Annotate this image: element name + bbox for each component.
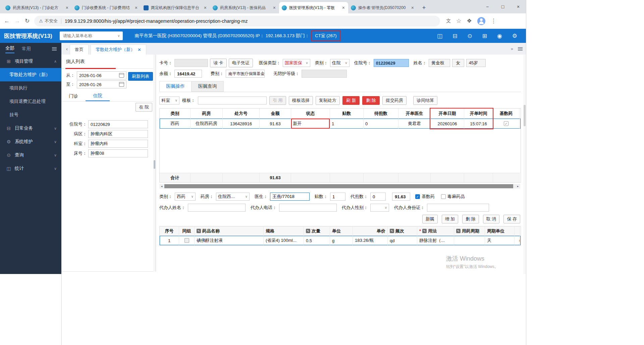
minimize-button[interactable]: − [480,0,495,13]
checkbox-icon[interactable]: ✓ [441,194,446,199]
calendar-icon[interactable] [119,82,124,87]
extensions-icon[interactable]: ❖ [467,17,472,24]
browser-tab-active[interactable]: 医技管理系统(V13) - 零散 × [279,2,348,13]
filter-common[interactable]: 常用 [22,46,31,52]
tab-home[interactable]: 首页 [70,45,89,55]
tab-close-icon[interactable]: × [65,5,69,10]
sidebar-item-refund-summary[interactable]: 项目退费汇总处理 [0,95,61,108]
template-input[interactable] [198,96,267,105]
menu-search-input[interactable] [62,33,116,39]
sidebar-section-daily-business[interactable]: ⊟ 日常业务 ∨ [0,122,61,135]
base-drug-check[interactable]: ✓ 基数药 [415,194,435,200]
profile-avatar[interactable] [477,17,485,25]
browser-tab[interactable]: 操作者:管理员(D35070200 × [348,2,417,13]
settle-button[interactable]: 诊间结算 [413,96,437,105]
decoct-input[interactable] [370,193,386,201]
main-vertical-scrollbar[interactable] [523,55,526,274]
refresh-button[interactable]: 刷 新 [342,96,360,105]
browser-tab[interactable]: 门诊收费系统 - 门诊费用结 × [72,2,141,13]
doctor-input[interactable] [270,193,310,201]
monitor-icon[interactable]: ⊟ [452,32,457,40]
chevron-down-icon[interactable]: ∨ [117,34,120,38]
sidebar-section-project-management[interactable]: ⊞ 项目管理 ∧ [0,55,61,68]
admission-no-field[interactable]: 01220629 [88,120,148,128]
detail-pharmacy-select[interactable]: 住院西... ∨ [216,193,250,201]
detail-category-select[interactable]: 西药 ∨ [175,193,196,201]
eye-icon[interactable]: ◉ [497,32,502,40]
horizontal-scrollbar[interactable]: ◂ ▸ [159,184,520,189]
new-order-button[interactable]: 新嘱 [422,215,438,223]
tab-close-icon[interactable]: × [272,5,276,10]
delete-button[interactable]: 删 除 [362,96,380,105]
sidebar-section-statistics[interactable]: ◫ 统计 ∨ [0,162,61,175]
to-date-input[interactable]: 2026-01-26 [77,80,126,88]
dept-field[interactable]: 肿瘤内科 [88,140,148,148]
add-button[interactable]: 增 加 [442,215,459,223]
agent-id-input[interactable] [427,204,489,212]
cancel-button[interactable]: 取 消 [483,215,500,223]
insurance-type-select[interactable]: 国家医保 ∨ [283,59,310,67]
tab-list-icon[interactable] [518,49,523,49]
refresh-list-button[interactable]: 刷新列表 [128,72,153,81]
browser-tab[interactable]: 药房系统(V13) - 门诊处方 × [3,2,72,13]
tab-close-icon[interactable]: × [203,5,207,10]
admission-no-input[interactable] [374,59,409,67]
agent-gender-select[interactable]: ∨ [370,204,389,212]
window-close-button[interactable]: × [511,0,526,13]
collapse-menu-icon[interactable] [52,49,57,49]
quote-button[interactable]: 引 用 [269,96,286,105]
sidebar-item-registration[interactable]: 挂号 [0,108,61,122]
narcotic-check[interactable]: ✓ 毒麻药品 [441,194,465,200]
refresh-icon[interactable]: ↻ [25,17,30,24]
read-card-button[interactable]: 读 卡 [210,59,227,67]
layout-icon[interactable]: ⊞ [482,32,487,40]
evoucher-button[interactable]: 电子凭证 [229,59,253,67]
sidebar-section-query[interactable]: ⊙ 查询 ∨ [0,148,61,162]
sidebar-item-scattered-prescription[interactable]: 零散处方维护（新） [0,68,61,81]
maximize-button[interactable]: □ [495,0,511,13]
tab-outpatient[interactable]: 门诊 [61,91,86,101]
browser-tab[interactable]: 两定机构医疗保障信息平台 × [141,2,210,13]
new-tab-button[interactable]: + [419,3,429,12]
save-button[interactable]: 保 存 [503,215,520,223]
sidebar-item-project-execution[interactable]: 项目执行 [0,81,61,95]
menu-search[interactable]: ∨ [60,31,123,40]
submit-pharmacy-button[interactable]: 提交药房 [382,96,407,105]
care-level-input[interactable] [302,70,347,78]
security-chip[interactable]: ⚠ 不安全 [39,18,58,24]
back-icon[interactable]: ← [4,18,10,24]
tab-close-icon[interactable]: × [134,5,138,10]
tab-close-icon[interactable]: × [341,5,345,10]
category-select[interactable]: 住院 ∨ [330,59,350,67]
order-row-selected[interactable]: 西药 住院西药房 136428916 91.63 新开 1 0 黄君君 2026… [160,119,521,129]
tab-order-query[interactable]: 医嘱查询 [192,81,224,92]
tab-close-icon[interactable]: × [411,5,415,10]
from-date-input[interactable]: 2026-01-06 [77,71,126,79]
tab-active-page[interactable]: 零散处方维护（新） ✕ [91,45,146,55]
translate-icon[interactable]: 文 [446,18,451,24]
agent-name-input[interactable] [188,204,246,212]
calendar-icon[interactable] [119,73,124,78]
patient-panel-scrollbar[interactable] [153,55,156,272]
settings-gear-icon[interactable]: ⚙ [512,32,517,40]
copy-prescription-button[interactable]: 复制处方 [316,96,340,105]
dept-select[interactable]: 科室 ∨ [159,96,179,105]
voice-icon[interactable]: ⊙ [467,32,472,40]
tab-inpatient[interactable]: 住院 [86,91,110,101]
capture-icon[interactable]: ◫ [437,32,442,40]
count-input[interactable] [330,193,345,201]
bed-field[interactable]: 肿瘤08 [88,149,148,157]
agent-phone-input[interactable] [279,204,337,212]
scroll-left-icon[interactable]: ◂ [159,184,164,189]
scroll-thumb[interactable] [524,105,526,126]
forward-icon[interactable]: → [14,18,20,24]
scroll-thumb[interactable] [154,160,155,169]
bookmark-star-icon[interactable]: ☆ [456,17,461,24]
group-checkbox[interactable]: ✓ [184,238,189,243]
browser-tab[interactable]: 药房系统(V13) - 医保药品 × [210,2,279,13]
checkbox-checked-icon[interactable]: ✓ [415,194,420,199]
url-bar[interactable]: ⚠ 不安全 199.9.129.29:8000/his-yj/app/#/pro… [34,16,440,26]
base-drug-checkbox[interactable]: ✓ [504,121,508,126]
card-input[interactable] [174,59,208,67]
scroll-thumb[interactable] [164,184,513,188]
